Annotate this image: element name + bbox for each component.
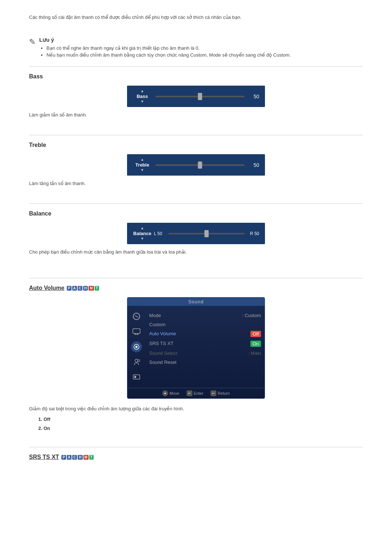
treble-arrow-up[interactable]: ▲ [140, 158, 144, 161]
balance-label: Balance [133, 231, 151, 236]
tv-icon-5 [131, 372, 142, 383]
menu-item-custom[interactable]: Custom [149, 320, 261, 329]
footer-move-label: Move [170, 391, 179, 395]
divider-5 [29, 447, 363, 447]
balance-track[interactable] [168, 233, 245, 235]
srs-badge-p: P [61, 455, 66, 460]
treble-title: Treble [29, 142, 363, 148]
bass-slider-widget[interactable]: ▲ Bass ▼ 50 [127, 86, 265, 107]
srs-badges: PACHMT [59, 454, 94, 460]
svg-rect-1 [133, 329, 140, 333]
menu-value-srs: On [250, 341, 261, 347]
menu-value-auto-volume: Off [250, 331, 261, 337]
tv-menu: Sound [127, 297, 265, 399]
tv-menu-header: Sound [127, 297, 265, 306]
treble-slider-widget[interactable]: ▲ Treble ▼ 50 [127, 154, 265, 176]
tv-icon-3-active [131, 341, 142, 352]
tv-menu-wrapper: Sound [29, 297, 363, 399]
treble-arrow-down[interactable]: ▼ [140, 168, 144, 172]
treble-label-btn: ▲ Treble ▼ [133, 158, 152, 172]
treble-desc: Làm tăng tần số âm thanh. [29, 181, 363, 186]
footer-return-label: Return [218, 391, 230, 395]
srs-title: SRS TS XT PACHMT [29, 454, 363, 460]
bass-label-btn: ▲ Bass ▼ [133, 89, 152, 103]
auto-volume-title: Auto Volume PACHMT [29, 285, 363, 291]
badge-t: T [95, 286, 99, 291]
menu-label-sound-select: Sound Select [149, 350, 177, 356]
bass-arrow-down[interactable]: ▼ [140, 100, 144, 103]
intro-text: Các thông số cài đặt âm thanh có thể đượ… [29, 15, 363, 20]
tv-menu-items: Mode : Custom Custom Auto Volume Off SRS… [146, 309, 265, 384]
note-item-1: Bạn có thể nghe âm thanh ngay cả khi giá… [46, 45, 291, 51]
menu-label-auto-volume: Auto Volume [149, 331, 176, 337]
note-list: Bạn có thể nghe âm thanh ngay cả khi giá… [39, 45, 291, 58]
srs-section: SRS TS XT PACHMT [29, 454, 363, 460]
menu-item-auto-volume[interactable]: Auto Volume Off [149, 329, 261, 339]
move-icon: ● [162, 390, 168, 396]
srs-badge-a: A [67, 455, 72, 460]
tv-menu-body: Mode : Custom Custom Auto Volume Off SRS… [127, 306, 265, 388]
treble-thumb[interactable] [198, 161, 202, 169]
srs-link[interactable]: SRS TS XT [29, 454, 59, 460]
svg-point-6 [135, 346, 138, 348]
svg-rect-10 [134, 376, 136, 378]
balance-desc: Cho phép bạn điều chỉnh mức cân bằng âm … [29, 249, 363, 255]
enter-icon: ↵ [187, 390, 192, 396]
menu-label-custom: Custom [149, 322, 166, 327]
bass-value: 50 [248, 94, 259, 99]
srs-badge-m: M [83, 455, 89, 460]
balance-arrow-down[interactable]: ▼ [140, 237, 144, 241]
menu-label-srs: SRS TS XT [149, 341, 173, 347]
option-off: Off [44, 416, 363, 422]
menu-item-sound-reset[interactable]: Sound Reset [149, 358, 261, 367]
menu-label-sound-reset: Sound Reset [149, 360, 176, 365]
auto-volume-link[interactable]: Auto Volume [29, 285, 64, 291]
balance-title: Balance [29, 210, 363, 217]
badge-p: P [67, 286, 72, 291]
footer-move: ● Move [162, 390, 179, 396]
treble-track[interactable] [155, 164, 245, 166]
bass-title: Bass [29, 73, 363, 80]
bass-label: Bass [136, 94, 148, 99]
menu-item-mode[interactable]: Mode : Custom [149, 311, 261, 320]
balance-arrow-up[interactable]: ▲ [140, 226, 144, 230]
menu-value-mode: : Custom [242, 313, 261, 318]
tv-icon-1 [131, 311, 142, 322]
divider-2 [29, 135, 363, 135]
badge-a: A [72, 286, 77, 291]
menu-label-mode: Mode [149, 313, 161, 318]
badge-c: C [78, 286, 82, 291]
bass-thumb[interactable] [198, 93, 202, 100]
balance-left-label: L 50 [154, 231, 166, 236]
srs-badge-c: C [72, 455, 77, 460]
menu-item-srs[interactable]: SRS TS XT On [149, 339, 261, 349]
auto-volume-desc: Giảm độ sai biệt trong việc điều chỉnh â… [29, 406, 363, 411]
balance-slider-widget[interactable]: ▲ Balance ▼ L 50 R 50 [127, 223, 265, 244]
tv-menu-footer: ● Move ↵ Enter ↩ Return [127, 388, 265, 398]
treble-label: Treble [135, 162, 149, 168]
balance-thumb[interactable] [204, 230, 209, 237]
bass-arrow-up[interactable]: ▲ [140, 89, 144, 93]
treble-value: 50 [248, 162, 259, 168]
tv-menu-icons [127, 309, 146, 384]
footer-return: ↩ Return [211, 390, 230, 396]
divider-3 [29, 204, 363, 204]
auto-volume-badges: PACHMT [64, 285, 99, 291]
note-box: ✎ Lưu ý Bạn có thể nghe âm thanh ngay cả… [29, 37, 363, 59]
note-content: Lưu ý Bạn có thể nghe âm thanh ngay cả k… [39, 37, 291, 59]
badge-m: M [89, 286, 94, 291]
svg-rect-9 [133, 375, 140, 379]
bass-track[interactable] [155, 95, 245, 98]
tv-icon-2 [131, 326, 142, 337]
note-title: Lưu ý [39, 37, 291, 43]
balance-right-label: R 50 [247, 231, 259, 236]
badge-h: H [83, 286, 88, 291]
bass-desc: Làm giảm tần số âm thanh. [29, 112, 363, 118]
note-icon: ✎ [29, 37, 36, 47]
divider-1 [29, 66, 363, 67]
footer-enter-label: Enter [194, 391, 203, 395]
tv-icon-4 [131, 357, 142, 368]
menu-value-sound-select: : Main [248, 350, 261, 356]
balance-label-btn: ▲ Balance ▼ [133, 226, 152, 241]
menu-item-sound-select[interactable]: Sound Select : Main [149, 349, 261, 358]
